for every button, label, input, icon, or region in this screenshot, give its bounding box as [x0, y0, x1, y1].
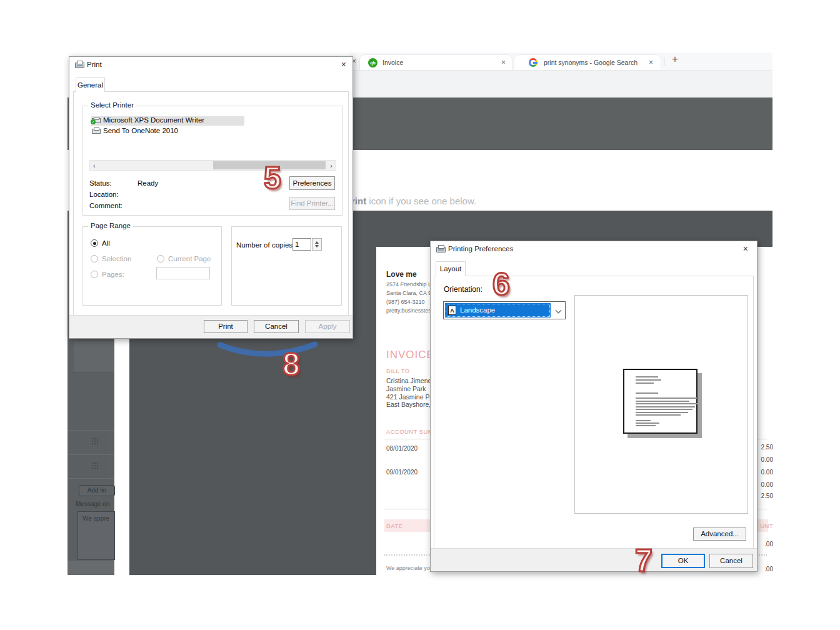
orientation-selected-item: A Landscape — [445, 303, 551, 318]
preview-text-line — [636, 420, 651, 421]
radio-pages[interactable] — [91, 271, 98, 278]
scroll-right-arrow[interactable]: › — [330, 162, 332, 169]
annotation-step-6: 6 — [492, 269, 510, 300]
instruction-rest: icon if you see one below. — [366, 196, 476, 206]
ok-button[interactable]: OK — [661, 554, 705, 568]
browser-toolbar — [349, 70, 772, 98]
printer-list-scrollbar[interactable]: ‹ › — [89, 160, 336, 171]
advanced-button[interactable]: Advanced... — [693, 528, 746, 541]
dialog-footer: OK Cancel — [431, 548, 757, 571]
copies-input[interactable] — [292, 238, 311, 251]
preview-panel — [574, 295, 748, 514]
preview-page-thumbnail — [623, 369, 698, 434]
qb-row-divider — [68, 454, 114, 455]
preview-text-line — [636, 382, 654, 384]
dialog-title-bar: Print × — [69, 57, 352, 73]
message-textarea-value: We appre — [82, 515, 109, 522]
printer-list-item[interactable]: ✓ Microsoft XPS Document Writer — [91, 116, 244, 126]
tab-layout[interactable]: Layout — [436, 261, 466, 276]
instruction-text: rint icon if you see one below. — [351, 196, 476, 206]
copies-stepper[interactable] — [312, 238, 322, 251]
page-range-legend: Page Range — [88, 222, 133, 229]
preview-text-line — [636, 403, 698, 404]
orientation-select[interactable]: A Landscape — [443, 301, 566, 319]
print-dialog: Print × General Select Printer ✓ Microso… — [69, 56, 353, 339]
close-button[interactable]: × — [743, 244, 748, 254]
tab-general[interactable]: General — [76, 78, 105, 92]
preview-text-line — [636, 422, 659, 424]
invoice-date: 08/01/2020 — [386, 445, 418, 452]
green-check-icon: ✓ — [91, 119, 96, 124]
preview-text-line — [636, 409, 692, 410]
invoice-date: 09/01/2020 — [386, 469, 418, 476]
qb-dimmed-box — [74, 341, 114, 373]
landscape-icon: A — [448, 306, 456, 315]
invoice-address-line: pretty.businesstest — [386, 308, 432, 314]
drag-handle-icon[interactable] — [91, 462, 99, 469]
tab-divider — [664, 57, 664, 66]
tab-close-icon[interactable]: × — [501, 58, 506, 67]
scroll-left-arrow[interactable]: ‹ — [93, 162, 96, 169]
qb-row-divider — [68, 478, 114, 479]
add-lines-button[interactable]: Add lin — [79, 485, 115, 496]
orientation-label: Orientation: — [444, 285, 482, 294]
preview-text-line — [636, 392, 658, 394]
chevron-down-icon[interactable] — [556, 308, 562, 314]
print-button[interactable]: Print — [204, 320, 248, 333]
dialog-title: Printing Preferences — [448, 245, 513, 252]
qb-row-divider — [68, 430, 114, 431]
account-summary-label: ACCOUNT SUM — [386, 428, 433, 435]
preview-text-line — [636, 414, 681, 416]
bill-to-line: 421 Jasmine Pa — [386, 393, 433, 401]
radio-all-label[interactable]: All — [102, 239, 110, 247]
find-printer-button[interactable]: Find Printer... — [289, 197, 335, 210]
preview-text-line — [636, 412, 688, 413]
qb-overlay-left-footer — [68, 561, 114, 575]
comment-label: Comment: — [89, 202, 122, 209]
bill-to-label: BILL TO — [386, 368, 409, 374]
preview-text-line — [636, 401, 689, 402]
copies-label: Number of copies: — [236, 241, 294, 249]
message-textarea[interactable]: We appre — [78, 511, 115, 560]
dialog-footer: Print Cancel Apply — [69, 315, 352, 338]
new-tab-button[interactable]: + — [672, 53, 678, 66]
radio-selection[interactable] — [91, 255, 98, 262]
qb-column-divider — [110, 431, 111, 478]
date-header-label: DATE — [386, 522, 402, 529]
cancel-button[interactable]: Cancel — [254, 320, 299, 333]
cancel-button[interactable]: Cancel — [709, 554, 753, 568]
orientation-value: Landscape — [460, 306, 495, 314]
copies-group: Number of copies: — [231, 226, 342, 306]
preview-text-line — [636, 425, 656, 426]
tab-google-search[interactable]: print synonyms - Google Search × — [514, 54, 661, 70]
tab-google-search-label: print synonyms - Google Search — [544, 59, 638, 66]
dialog-title-bar: Printing Preferences × — [431, 241, 757, 258]
dialog-title: Print — [87, 61, 102, 68]
printing-preferences-dialog: Printing Preferences × Layout Orientatio… — [430, 241, 758, 572]
tab-close-icon[interactable]: × — [649, 58, 653, 67]
select-printer-legend: Select Printer — [88, 101, 136, 109]
tab-invoice-label: Invoice — [382, 59, 403, 66]
radio-all[interactable] — [91, 239, 98, 247]
printer-list-item[interactable]: Send To OneNote 2010 — [91, 127, 178, 136]
invoice-title: INVOICE — [386, 349, 434, 361]
xps-printer-icon: ✓ — [92, 118, 101, 123]
apply-button[interactable]: Apply — [305, 320, 350, 333]
layout-tab-page: Orientation: A Landscape — [434, 276, 754, 549]
pages-input[interactable] — [156, 267, 210, 279]
invoice-address-line: Santa Clara, CA 9 — [386, 290, 431, 296]
close-button[interactable]: × — [341, 59, 346, 69]
printer-name: Microsoft XPS Document Writer — [103, 116, 204, 124]
location-label: Location: — [89, 191, 119, 198]
radio-current-page[interactable] — [157, 255, 164, 262]
message-on-label: Message on — [76, 501, 109, 508]
invoice-company-name: Love me — [386, 270, 417, 279]
annotation-step-7: 7 — [635, 545, 652, 576]
tab-invoice[interactable]: qb Invoice × — [359, 54, 512, 70]
status-label: Status: — [89, 179, 112, 187]
invoice-address-line: 2574 Friendship La — [386, 281, 434, 288]
annotation-step-8: 8 — [282, 349, 300, 380]
preferences-button[interactable]: Preferences — [289, 176, 335, 190]
general-tab-page: Select Printer ✓ Microsoft XPS Document … — [73, 91, 349, 316]
drag-handle-icon[interactable] — [91, 438, 99, 444]
